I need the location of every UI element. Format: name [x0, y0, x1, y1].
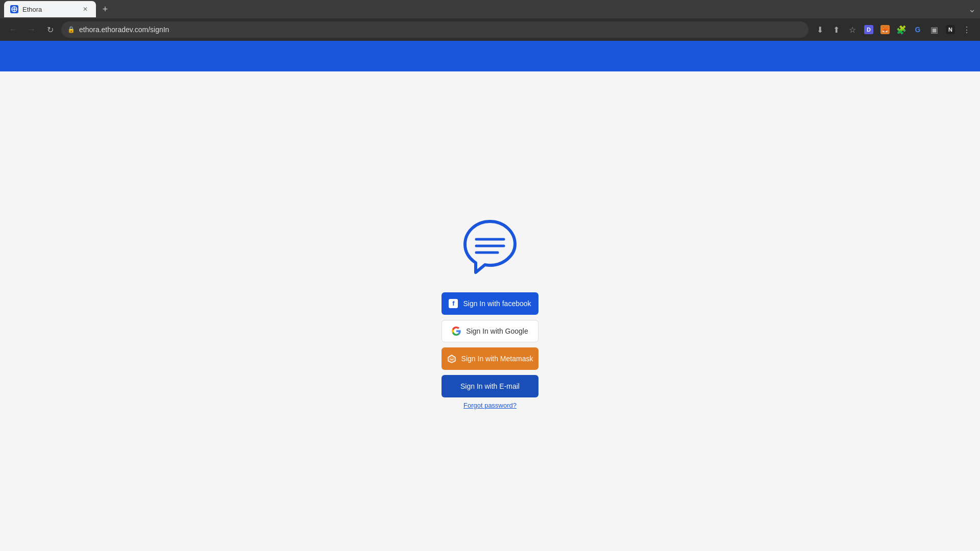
forward-button[interactable]: →: [24, 22, 39, 37]
main-content: f Sign In with facebook Sign In with Goo…: [0, 71, 980, 551]
ext-google-icon[interactable]: G: [911, 22, 925, 37]
signin-metamask-label: Sign In with Metamask: [461, 355, 533, 363]
signin-container: f Sign In with facebook Sign In with Goo…: [442, 214, 538, 409]
refresh-button[interactable]: ↻: [43, 22, 57, 37]
address-bar[interactable]: 🔒 ethora.ethoradev.com/signIn: [61, 21, 808, 38]
tab-close-button[interactable]: ✕: [81, 5, 90, 14]
metamask-icon: [447, 354, 456, 363]
toolbar-icons: ⬇ ⬆ ☆ D 🦊 🧩 G ▣ N ⋮: [813, 22, 974, 37]
ext-orange-icon[interactable]: 🦊: [878, 22, 892, 37]
forgot-password-link[interactable]: Forgot password?: [463, 402, 517, 409]
refresh-icon: ↻: [47, 25, 54, 35]
signin-buttons: f Sign In with facebook Sign In with Goo…: [442, 292, 538, 397]
ext-square-icon[interactable]: ▣: [927, 22, 941, 37]
ext-d-icon[interactable]: D: [862, 22, 876, 37]
back-button[interactable]: ←: [6, 22, 20, 37]
tab-bar: Ethora ✕ + ⌄: [0, 0, 980, 18]
signin-email-label: Sign In with E-mail: [460, 382, 520, 390]
forward-icon: →: [28, 25, 36, 34]
bookmark-icon[interactable]: ☆: [845, 22, 860, 37]
ethora-logo-wrapper: [457, 214, 523, 282]
upload-icon[interactable]: ⬆: [829, 22, 843, 37]
app-header: [0, 41, 980, 71]
google-icon: [452, 327, 461, 336]
lock-icon: 🔒: [67, 26, 75, 33]
ext-n-icon[interactable]: N: [943, 22, 958, 37]
ethora-logo-svg: [457, 214, 523, 280]
download-icon[interactable]: ⬇: [813, 22, 827, 37]
url-display: ethora.ethoradev.com/signIn: [79, 26, 802, 34]
facebook-icon: f: [449, 299, 458, 308]
signin-google-label: Sign In with Google: [466, 327, 528, 335]
tab-favicon: [10, 5, 18, 13]
signin-metamask-button[interactable]: Sign In with Metamask: [442, 347, 538, 370]
omnibox-bar: ← → ↻ 🔒 ethora.ethoradev.com/signIn ⬇ ⬆ …: [0, 18, 980, 41]
menu-button[interactable]: ⋮: [960, 22, 974, 37]
browser-chrome: Ethora ✕ + ⌄ ← → ↻ 🔒 ethora.ethoradev.co…: [0, 0, 980, 41]
new-tab-button[interactable]: +: [98, 2, 112, 16]
signin-facebook-button[interactable]: f Sign In with facebook: [442, 292, 538, 315]
signin-email-button[interactable]: Sign In with E-mail: [442, 375, 538, 397]
ext-puzzle-icon[interactable]: 🧩: [894, 22, 909, 37]
back-icon: ←: [9, 25, 17, 34]
tab-title: Ethora: [22, 6, 42, 13]
signin-facebook-label: Sign In with facebook: [463, 299, 531, 308]
signin-google-button[interactable]: Sign In with Google: [442, 320, 538, 342]
tab-dropdown-button[interactable]: ⌄: [968, 4, 976, 15]
active-tab[interactable]: Ethora ✕: [4, 1, 96, 17]
